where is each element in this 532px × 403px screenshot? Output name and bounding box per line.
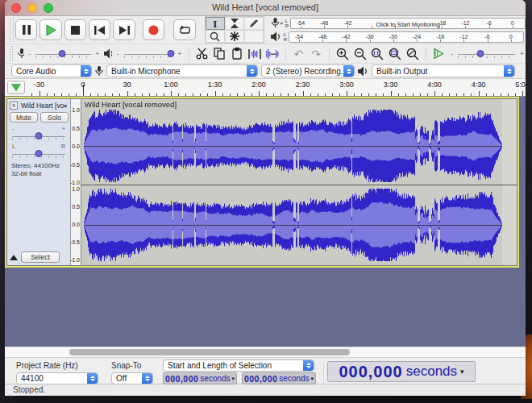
gain-slider[interactable]: - +	[12, 131, 65, 141]
track-format-line1: Stereo, 44100Hz	[11, 162, 60, 169]
meter-monitor-hint[interactable]: Click to Start Monitoring	[376, 21, 440, 28]
input-channels-select[interactable]: 2 (Stereo) Recording...	[261, 64, 355, 77]
meter-tick-label: -42	[342, 34, 350, 39]
output-device-icon	[358, 66, 368, 77]
horizontal-scrollbar[interactable]	[5, 347, 526, 357]
multi-tool-button[interactable]	[225, 30, 244, 43]
scale-label: 1.0	[72, 186, 80, 192]
cut-button[interactable]	[195, 46, 210, 62]
ruler-tick-label: -30	[34, 81, 44, 89]
meter-tick-label: -6	[486, 20, 491, 26]
output-device-select[interactable]: Built-in Output	[372, 64, 515, 77]
paste-button[interactable]	[230, 46, 244, 62]
skip-to-start-button[interactable]	[89, 19, 110, 40]
project-rate-select[interactable]: 44100	[16, 372, 98, 384]
meter-tick-label: -54	[295, 34, 303, 39]
zoom-fit-button[interactable]	[388, 46, 402, 62]
stepper-icon	[81, 65, 91, 77]
solo-button[interactable]: Solo	[40, 112, 69, 123]
selection-start-field[interactable]: 000,000 seconds ▾	[163, 372, 237, 384]
meter-tick-label: -48	[318, 34, 326, 39]
close-track-button[interactable]: x	[10, 102, 18, 110]
zoom-in-button[interactable]	[335, 46, 350, 62]
speed-max: +	[520, 50, 524, 57]
scale-label: -1.0	[70, 257, 80, 263]
pinned-playhead-button[interactable]	[7, 81, 25, 94]
status-text: Stopped.	[13, 385, 45, 394]
output-volume-min: -	[117, 50, 119, 57]
play-at-speed-button[interactable]	[432, 46, 447, 62]
silence-audio-button[interactable]	[265, 46, 280, 62]
input-device-select[interactable]: Built-in Microphone	[106, 64, 258, 77]
copy-button[interactable]	[213, 46, 227, 62]
toolbar-grabber[interactable]	[10, 18, 14, 42]
ruler-tick-label: 30	[123, 81, 131, 89]
audio-position-field[interactable]: 000,000 seconds ▾	[327, 361, 476, 382]
pause-button[interactable]	[15, 19, 37, 40]
meter-dropdown-caret[interactable]: ▾	[281, 20, 283, 26]
window-title: Wild Heart [vocal removed]	[5, 2, 526, 12]
timeline-ruler[interactable]: -300301:001:302:002:303:003:304:004:305:…	[5, 79, 526, 97]
undo-icon: ↶	[294, 48, 304, 60]
ruler-tick-label: 5:00	[515, 81, 526, 89]
waveform-view[interactable]: Wild Heart [vocal removed]	[81, 99, 517, 265]
input-volume-slider[interactable]	[35, 49, 90, 59]
draw-tool-button[interactable]	[244, 17, 264, 30]
meter-tick-label: -18	[436, 34, 444, 39]
mute-button[interactable]: Mute	[10, 112, 38, 123]
zoom-selection-icon	[371, 48, 384, 60]
silence-icon	[266, 48, 279, 60]
track-area[interactable]: x Wild Heart [vo▾ Mute Solo - + L R Ster…	[5, 97, 526, 347]
audio-host-select[interactable]: Core Audio	[11, 64, 92, 77]
empty-tool-cell	[244, 30, 264, 43]
stop-button[interactable]	[64, 19, 86, 40]
scale-label: 0.5	[72, 125, 80, 131]
ruler-tick-label: 1:00	[164, 81, 178, 89]
meter-tick-label: -12	[461, 20, 469, 26]
ruler-tick-label: 2:00	[251, 81, 266, 89]
output-volume-slider[interactable]	[124, 49, 173, 59]
playback-meter-bar: -54-48-42-36-30-24-18-12-60	[289, 31, 524, 43]
zoom-out-button[interactable]	[353, 46, 368, 62]
ruler-tick-label: 3:00	[339, 81, 354, 89]
envelope-tool-button[interactable]	[225, 17, 244, 30]
select-track-button[interactable]: Select	[21, 251, 60, 263]
zoom-fit-icon	[389, 48, 401, 60]
trim-audio-button[interactable]	[247, 46, 262, 62]
collapse-track-icon[interactable]	[10, 255, 18, 260]
toolbar-grabber[interactable]	[10, 46, 13, 61]
horizontal-scroll-thumb[interactable]	[69, 349, 350, 355]
redo-button[interactable]: ↷	[309, 46, 323, 62]
zoom-toggle-button[interactable]	[405, 46, 420, 62]
scale-label: -0.5	[70, 161, 80, 167]
play-speed-slider[interactable]	[458, 49, 515, 59]
device-toolbar: Core Audio Built-in Microphone 2 (Stereo…	[5, 64, 526, 79]
skip-to-end-button[interactable]	[113, 19, 135, 40]
playback-meter[interactable]: LR -54-48-42-36-30-24-18-12-60	[271, 31, 526, 44]
audio-track[interactable]: x Wild Heart [vo▾ Mute Solo - + L R Ster…	[6, 98, 517, 266]
selection-mode-select[interactable]: Start and Length of Selection	[163, 359, 314, 372]
loop-button[interactable]	[173, 19, 195, 40]
selection-length-field[interactable]: 000,000 seconds ▾	[242, 372, 316, 384]
play-button[interactable]	[39, 19, 61, 40]
stepper-icon	[303, 360, 314, 371]
record-meter-channels: LR	[285, 19, 289, 28]
waveform-canvas[interactable]	[81, 99, 517, 265]
envelope-icon	[229, 19, 240, 28]
stepper-icon	[343, 65, 354, 77]
stepper-icon	[247, 65, 257, 77]
input-volume-max: +	[96, 50, 100, 57]
record-button[interactable]	[143, 19, 164, 40]
track-name-menu[interactable]: Wild Heart [vo▾	[21, 102, 67, 110]
pan-slider[interactable]: L R	[12, 149, 65, 159]
speed-min: -	[451, 50, 453, 57]
vertical-scale-ruler[interactable]: 1.00.50.0-0.5-1.01.00.50.0-0.5-1.0	[71, 99, 81, 265]
zoom-selection-button[interactable]	[370, 46, 384, 62]
snap-to-select[interactable]: Off	[111, 372, 153, 384]
undo-button[interactable]: ↶	[292, 46, 306, 62]
record-meter-bar[interactable]: -54-48-42-18-12-60Click to Start Monitor…	[290, 18, 526, 29]
recording-meter[interactable]: ▾ LR -54-48-42-18-12-60Click to Start Mo…	[271, 17, 526, 30]
selection-tool-button[interactable]: I	[206, 17, 225, 30]
zoom-tool-button[interactable]	[206, 30, 225, 43]
output-volume-icon	[104, 48, 112, 59]
